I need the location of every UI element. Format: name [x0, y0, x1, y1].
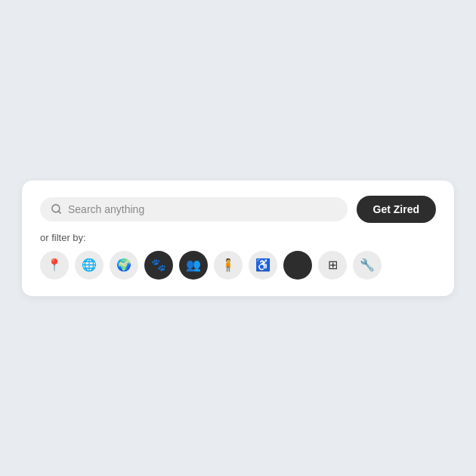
filter-icon-windows[interactable]: ⊞ — [318, 251, 347, 280]
filter-icon-apple[interactable] — [283, 251, 312, 280]
filter-icons-row: 📍🌐🌍🐾👥🧍♿⊞🔧 — [40, 251, 436, 280]
top-row: Get Zired — [40, 196, 436, 223]
search-input[interactable] — [68, 203, 337, 215]
filter-icon-globe1[interactable]: 🌐 — [75, 251, 104, 280]
filter-icon-location[interactable]: 📍 — [40, 251, 69, 280]
search-card: Get Zired or filter by: 📍🌐🌍🐾👥🧍♿⊞🔧 — [22, 181, 454, 296]
filter-icon-people[interactable]: 👥 — [179, 251, 208, 280]
filter-label: or filter by: — [40, 232, 436, 243]
filter-icon-tools[interactable]: 🔧 — [353, 251, 382, 280]
search-icon — [51, 203, 62, 215]
get-zired-button[interactable]: Get Zired — [357, 196, 436, 223]
search-wrapper — [40, 197, 348, 221]
filter-icon-person[interactable]: 🧍 — [214, 251, 243, 280]
filter-icon-paw[interactable]: 🐾 — [144, 251, 173, 280]
svg-line-1 — [58, 211, 60, 213]
filter-icon-accessibility[interactable]: ♿ — [249, 251, 277, 280]
filter-icon-globe2[interactable]: 🌍 — [110, 251, 138, 280]
